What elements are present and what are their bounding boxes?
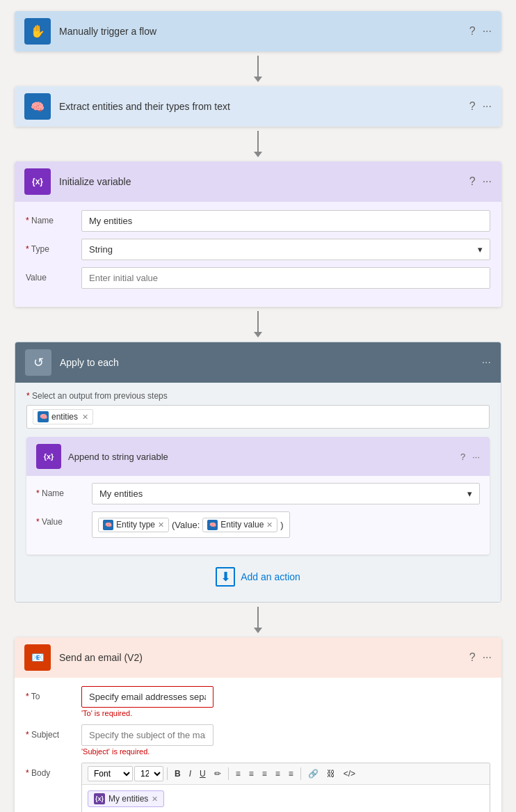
append-value-row: Value 🧠 Entity type ✕ (Value:	[36, 511, 480, 538]
entity-type-chip-label: Entity type	[116, 520, 155, 530]
select-output-label: Select an output from previous steps	[26, 391, 490, 401]
extract-actions: ? ···	[469, 100, 492, 113]
unlink-button[interactable]: ⛓	[323, 767, 339, 780]
bold-button[interactable]: B	[171, 767, 184, 780]
underline-icon: U	[200, 769, 206, 779]
append-value-container[interactable]: 🧠 Entity type ✕ (Value: 🧠 Entity valu	[92, 511, 290, 538]
body-toolbar: Font 12 B I U ✏ ≡ ≡	[81, 763, 490, 812]
append-var-body: Name My entities ▾ Value 🧠	[26, 476, 490, 555]
to-field-row: To 'To' is required.	[26, 686, 490, 717]
code-button[interactable]: </>	[340, 767, 359, 780]
align-left-button[interactable]: ≡	[259, 767, 271, 780]
trigger-help-icon[interactable]: ?	[469, 25, 476, 38]
align-center-icon: ≡	[275, 769, 280, 779]
align-right-icon: ≡	[289, 769, 293, 779]
trigger-more-icon[interactable]: ···	[483, 25, 492, 38]
name-label: Name	[26, 210, 81, 225]
extract-icon-box: 🧠	[24, 93, 51, 120]
trigger-actions: ? ···	[469, 25, 492, 38]
my-entities-chip-label: My entities	[108, 794, 148, 804]
arrow-3	[254, 307, 262, 342]
append-var-icon-box: {x}	[36, 444, 61, 469]
append-var-help-icon[interactable]: ?	[460, 452, 465, 462]
body-field-row: Body Font 12 B I U	[26, 763, 490, 812]
entity-value-chip-remove[interactable]: ✕	[266, 520, 273, 530]
my-entities-chip-remove[interactable]: ✕	[152, 795, 158, 804]
email-icon-box: 📧	[24, 644, 51, 671]
init-var-header: {x} Initialize variable ? ···	[15, 161, 501, 202]
extract-help-icon[interactable]: ?	[469, 100, 476, 113]
subject-input[interactable]	[81, 724, 213, 746]
font-select[interactable]: Font	[88, 766, 133, 781]
underline-button[interactable]: U	[196, 767, 209, 780]
link-button[interactable]: 🔗	[305, 767, 322, 780]
to-input[interactable]	[81, 686, 213, 708]
entities-chip-remove[interactable]: ✕	[82, 413, 88, 422]
entities-chip-label: entities	[51, 412, 78, 422]
extract-title: Extract entities and their types from te…	[59, 101, 469, 112]
align-center-button[interactable]: ≡	[272, 767, 284, 780]
extract-header: 🧠 Extract entities and their types from …	[15, 86, 501, 127]
type-field-row: Type String ▾	[26, 239, 490, 260]
entities-chip-row[interactable]: 🧠 entities ✕	[26, 405, 490, 429]
init-var-more-icon[interactable]: ···	[483, 175, 492, 188]
toolbar-row: Font 12 B I U ✏ ≡ ≡	[82, 763, 490, 785]
type-select[interactable]: String ▾	[81, 239, 490, 260]
email-help-icon[interactable]: ?	[469, 651, 476, 664]
ul-button[interactable]: ≡	[245, 767, 257, 780]
font-size-select[interactable]: 12	[134, 766, 163, 781]
my-entities-icon-symbol: {x}	[95, 795, 104, 802]
init-var-icon-box: {x}	[24, 168, 51, 195]
entity-type-chip: 🧠 Entity type ✕	[98, 518, 169, 532]
email-card: 📧 Send an email (V2) ? ··· To 'To' is re…	[15, 637, 501, 812]
entity-type-chip-remove[interactable]: ✕	[158, 520, 164, 530]
italic-button[interactable]: I	[186, 767, 195, 780]
append-name-select[interactable]: My entities ▾	[92, 483, 480, 504]
init-var-help-icon[interactable]: ?	[469, 175, 476, 188]
append-var-header: {x} Append to string variable ? ···	[26, 437, 490, 476]
apply-each-header: ↺ Apply to each ···	[15, 342, 501, 383]
body-editor-container: Font 12 B I U ✏ ≡ ≡	[81, 763, 490, 812]
append-name-chevron-icon: ▾	[467, 488, 472, 499]
value-label: Value	[26, 267, 81, 282]
trigger-card: ✋ Manually trigger a flow ? ···	[15, 11, 501, 51]
name-field-row: Name	[26, 210, 490, 232]
ol-button[interactable]: ≡	[232, 767, 244, 780]
type-chevron-icon: ▾	[478, 244, 483, 255]
extract-more-icon[interactable]: ···	[483, 100, 492, 113]
subject-label: Subject	[26, 724, 81, 740]
ul-icon: ≡	[249, 769, 254, 779]
align-left-icon: ≡	[262, 769, 267, 779]
type-label: Type	[26, 239, 81, 254]
toolbar-sep-2	[228, 767, 229, 780]
add-action-row[interactable]: ⬇ Add an action	[26, 555, 490, 594]
init-var-title: Initialize variable	[59, 176, 469, 187]
email-actions: ? ···	[469, 651, 492, 664]
entity-value-chip-icon: 🧠	[207, 520, 218, 530]
value-field-row: Value	[26, 267, 490, 289]
entities-chip-icon: 🧠	[38, 411, 49, 422]
align-right-button[interactable]: ≡	[285, 767, 297, 780]
entity-type-icon-symbol: 🧠	[105, 522, 112, 528]
arrow-1	[254, 51, 262, 86]
body-content[interactable]: {x} My entities ✕	[82, 785, 490, 812]
append-var-more-icon[interactable]: ···	[472, 452, 480, 462]
value-input[interactable]	[81, 267, 490, 289]
to-error: 'To' is required.	[81, 709, 490, 717]
body-label: Body	[26, 763, 81, 778]
entities-chip-icon-symbol: 🧠	[40, 413, 47, 420]
hand-icon: ✋	[30, 24, 45, 39]
apply-each-more-icon[interactable]: ···	[482, 356, 491, 369]
loop-icon-box: ↺	[25, 349, 51, 376]
apply-each-container: ↺ Apply to each ··· Select an output fro…	[15, 342, 501, 603]
value-text-paren-open: (Value:	[172, 520, 200, 530]
email-more-icon[interactable]: ···	[483, 651, 492, 664]
bold-icon: B	[175, 769, 181, 779]
my-entities-chip-icon: {x}	[94, 793, 105, 804]
color-button[interactable]: ✏	[211, 767, 225, 780]
email-header: 📧 Send an email (V2) ? ···	[15, 637, 501, 678]
brain-icon: 🧠	[31, 100, 45, 113]
append-var-icon: {x}	[44, 452, 54, 461]
add-action-icon-box: ⬇	[216, 567, 235, 587]
name-input[interactable]	[81, 210, 490, 232]
